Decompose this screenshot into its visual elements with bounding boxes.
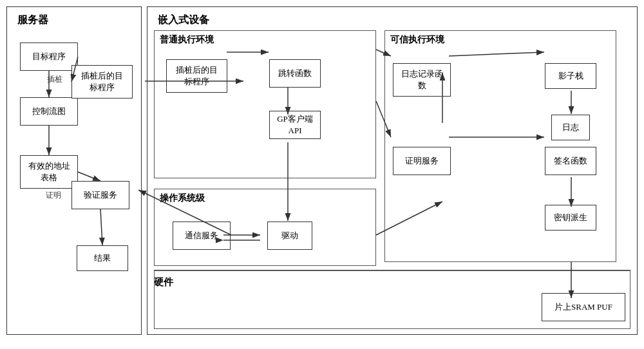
embedded-title: 嵌入式设备 [153, 11, 214, 30]
jump-func-node: 跳转函数 [269, 59, 321, 88]
cert-label: 证明 [46, 190, 61, 201]
instrumented-target-embedded-node: 插桩后的目 标程序 [166, 59, 227, 93]
address-table-node: 有效的地址 表格 [20, 155, 78, 189]
os-level-section: 操作系统级 通信服务 驱动 [154, 189, 376, 266]
result-node: 结果 [77, 245, 128, 271]
trusted-env-section: 可信执行环境 日志记录函 数 影子栈 日志 证明服务 签名函数 密钥派生 [384, 30, 616, 262]
trusted-env-title: 可信执行环境 [390, 34, 444, 46]
sign-func-node: 签名函数 [545, 147, 596, 175]
main-diagram: 服务器 目标程序 控制流图 有效的地址 表格 插桩后的目 标程序 验证服务 结果… [6, 6, 638, 343]
control-flow-node: 控制流图 [20, 97, 78, 126]
hardware-box [154, 270, 630, 329]
svg-line-4 [78, 172, 100, 181]
server-section: 服务器 目标程序 控制流图 有效的地址 表格 插桩后的目 标程序 验证服务 结果… [6, 6, 142, 335]
svg-line-5 [100, 209, 102, 245]
target-program-node: 目标程序 [20, 42, 78, 71]
gp-api-node: GP客户端 API [269, 111, 321, 139]
verification-service-node: 验证服务 [71, 181, 129, 209]
instrumented-target-server-node: 插桩后的目 标程序 [71, 65, 133, 99]
embedded-section: 嵌入式设备 普通执行环境 插桩后的目 标程序 跳转函数 GP客户端 API 操作… [147, 6, 638, 335]
comm-service-node: 通信服务 [173, 222, 231, 250]
server-title: 服务器 [12, 11, 53, 30]
shadow-stack-node: 影子栈 [545, 63, 596, 89]
driver-node: 驱动 [267, 222, 312, 250]
log-func-node: 日志记录函 数 [393, 63, 451, 97]
log-node: 日志 [551, 115, 590, 140]
instrument-label: 插桩 [47, 74, 62, 85]
normal-env-title: 普通执行环境 [160, 34, 214, 46]
normal-env-section: 普通执行环境 插桩后的目 标程序 跳转函数 GP客户端 API [154, 30, 376, 178]
key-derive-node: 密钥派生 [545, 205, 596, 231]
cert-service-node: 证明服务 [393, 147, 451, 175]
os-level-title: 操作系统级 [160, 193, 205, 204]
